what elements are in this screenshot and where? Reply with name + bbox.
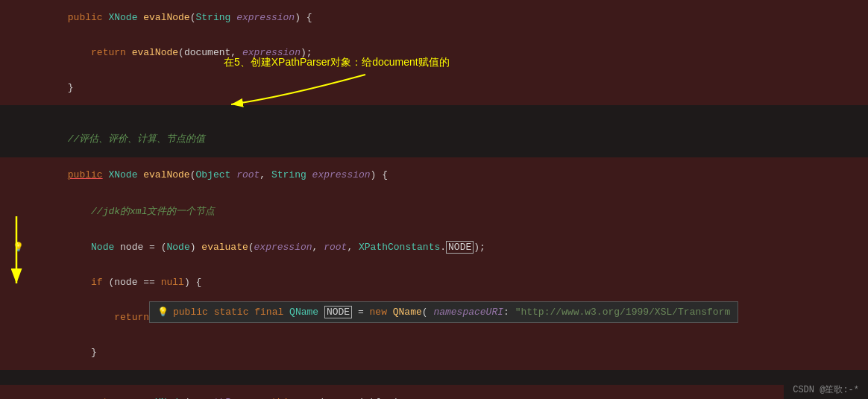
- bottom-bar: CSDN @笙歌:-*: [784, 380, 868, 399]
- code-editor: 在5、创建XPathParser对象：给document赋值的 public X…: [0, 0, 868, 399]
- line-content: [30, 107, 868, 119]
- tooltip-lightbulb-icon: 💡: [157, 307, 169, 318]
- line-content: [30, 372, 868, 383]
- code-line: public XNode evalNode(String expression)…: [0, 0, 868, 35]
- line-content: //jdk的xml文件的一个节点: [30, 193, 868, 229]
- bottom-label: CSDN @笙歌:-*: [793, 385, 859, 395]
- lightbulb-icon: 💡: [13, 242, 24, 253]
- line-content: }: [30, 71, 868, 104]
- code-line: if (node == null) {: [0, 265, 868, 300]
- code-line: //jdk的xml文件的一个节点: [0, 192, 868, 230]
- code-line: return null; 💡 public static final QName…: [0, 300, 868, 335]
- line-content: if (node == null) {: [30, 266, 868, 299]
- tooltip-content: public static final QName NODE = new QNa…: [173, 307, 730, 318]
- code-line: return evalNode(document, expression);: [0, 35, 868, 70]
- code-line: [0, 370, 868, 385]
- code-line: }: [0, 335, 868, 370]
- code-line: return new XNode( xpathParser: this, nod…: [0, 385, 868, 399]
- line-content: public XNode evalNode(Object root, Strin…: [30, 158, 868, 192]
- line-content: Node node = (Node) evaluate(expression, …: [30, 230, 868, 264]
- line-number: 💡: [0, 242, 30, 253]
- line-content: public XNode evalNode(String expression)…: [30, 1, 868, 34]
- line-content: return evalNode(document, expression);: [30, 36, 868, 69]
- line-content: }: [30, 336, 868, 369]
- line-content: return new XNode( xpathParser: this, nod…: [30, 386, 868, 399]
- code-line: //评估、评价、计算、节点的值: [0, 120, 868, 157]
- code-line: }: [0, 70, 868, 105]
- code-line: public XNode evalNode(Object root, Strin…: [0, 157, 868, 192]
- line-content: //评估、评价、计算、节点的值: [30, 121, 868, 157]
- code-line: [0, 105, 868, 120]
- tooltip-popup: 💡 public static final QName NODE = new Q…: [149, 301, 738, 323]
- code-line: 💡 Node node = (Node) evaluate(expression…: [0, 230, 868, 265]
